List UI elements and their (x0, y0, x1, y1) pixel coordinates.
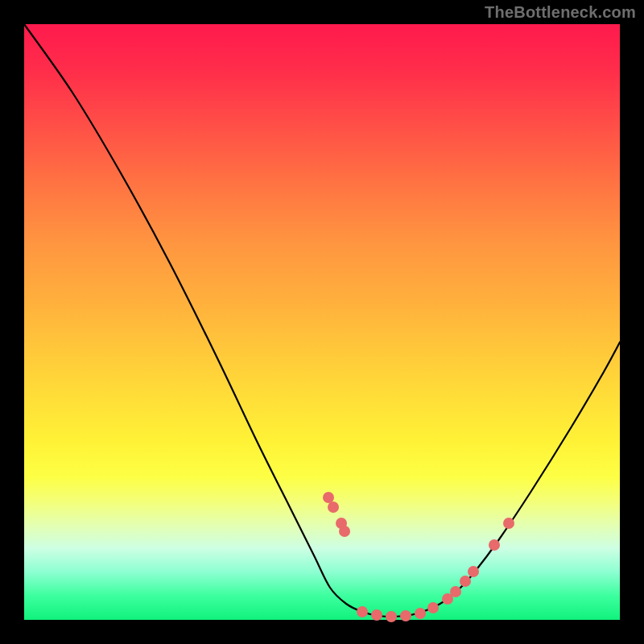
curve-dot (450, 586, 461, 597)
watermark-text: TheBottleneck.com (485, 3, 636, 22)
curve-dot (468, 566, 479, 577)
curve-dot (328, 502, 339, 513)
curve-dot (460, 576, 471, 587)
curve-dot (371, 609, 382, 621)
curve-dot (339, 526, 350, 537)
curve-dot (400, 610, 411, 621)
curve-dot (386, 611, 397, 622)
curve-dot (415, 608, 426, 619)
bottleneck-curve-path (24, 24, 620, 617)
curve-dot (357, 606, 368, 617)
curve-dot (323, 492, 334, 503)
curve-dot (489, 539, 500, 551)
bottleneck-chart-svg (24, 24, 620, 620)
curve-dot (503, 518, 514, 529)
curve-dot (427, 602, 439, 613)
